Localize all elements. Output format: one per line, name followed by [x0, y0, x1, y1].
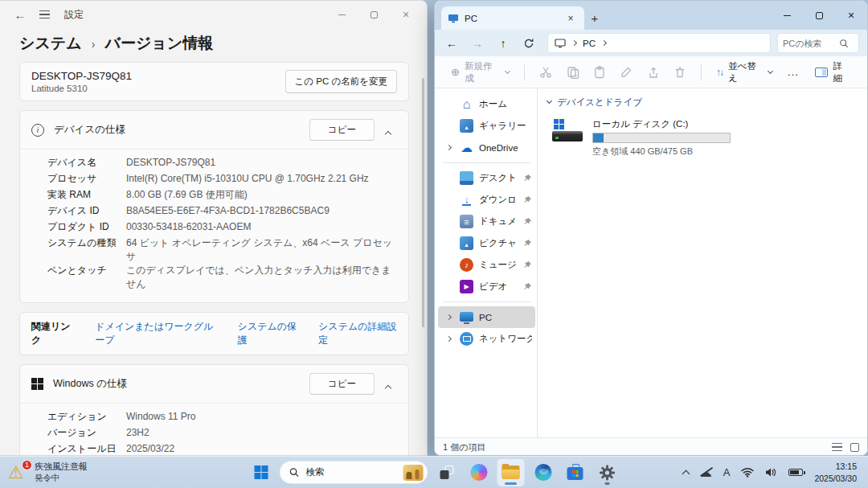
cut-button[interactable] — [534, 61, 557, 84]
collapse-chevron-icon[interactable] — [385, 130, 391, 137]
wifi-icon — [741, 467, 754, 478]
list-view-button[interactable] — [832, 443, 842, 451]
related-links-card: 関連リンク ドメインまたはワークグループ システムの保護 システムの詳細設定 — [19, 312, 409, 355]
copy-button[interactable] — [561, 61, 584, 84]
task-view-button[interactable] — [433, 459, 461, 486]
music-icon — [460, 258, 473, 272]
tray-expand-button[interactable] — [678, 460, 694, 486]
rename-pc-button[interactable]: この PC の名前を変更 — [285, 70, 397, 93]
settings-button[interactable] — [594, 459, 621, 486]
pin-icon — [523, 217, 532, 226]
details-label: 詳細 — [833, 60, 851, 84]
onedrive-icon — [460, 141, 473, 154]
address-bar[interactable]: PC — [547, 33, 771, 53]
back-icon[interactable]: ← — [8, 4, 32, 25]
related-link[interactable]: ドメインまたはワークグループ — [95, 320, 218, 347]
copy-device-spec-button[interactable]: コピー — [309, 119, 375, 141]
spec-row: プロダクト ID 00330-53418-62031-AAOEM — [47, 220, 397, 236]
windows-start-icon — [254, 465, 268, 479]
search-input[interactable] — [783, 39, 839, 48]
maximize-button[interactable] — [803, 1, 835, 30]
sort-arrows-icon: ↑↓ — [716, 67, 723, 78]
widgets-button[interactable]: ⚠ 1 疾強風注意報 発令中 — [0, 457, 96, 488]
nav-back-button[interactable]: ← — [440, 33, 464, 54]
explorer-tabbar: PC × + × — [435, 1, 867, 30]
spec-label: エディション — [47, 410, 126, 424]
more-options-button[interactable]: ... — [781, 66, 805, 78]
sidebar-item[interactable]: ピクチャ — [438, 232, 535, 254]
file-explorer-button[interactable] — [497, 459, 525, 486]
maximize-button[interactable] — [358, 1, 390, 28]
sidebar-item-label: OneDrive — [479, 143, 518, 153]
large-icons-view-button[interactable] — [850, 443, 859, 452]
new-item-button[interactable]: ⊕ 新規作成 — [444, 56, 515, 88]
group-header-devices-drives[interactable]: デバイスとドライブ — [547, 95, 867, 115]
minimize-button[interactable] — [771, 1, 803, 30]
tab-close-icon[interactable]: × — [563, 11, 578, 26]
details-pane-button[interactable]: 詳細 — [809, 56, 858, 88]
spec-label: プロセッサ — [47, 172, 126, 186]
delete-icon — [674, 66, 686, 79]
copy-windows-spec-button[interactable]: コピー — [309, 373, 375, 395]
share-button[interactable] — [641, 61, 665, 84]
nav-forward-button[interactable]: → — [465, 33, 489, 54]
edge-button[interactable] — [530, 459, 557, 486]
delete-button[interactable] — [668, 61, 691, 84]
nav-refresh-button[interactable] — [517, 33, 541, 54]
sidebar-item[interactable]: PC — [438, 306, 535, 328]
paste-button[interactable] — [588, 61, 611, 84]
group-collapse-chevron-icon[interactable] — [547, 98, 552, 104]
related-link[interactable]: システムの保護 — [238, 320, 299, 347]
taskbar-search-box[interactable]: 検索 — [280, 461, 428, 484]
sidebar-item[interactable]: ビデオ — [438, 276, 535, 297]
close-button[interactable]: × — [835, 1, 867, 30]
sidebar-item[interactable]: ギャラリー — [438, 115, 535, 137]
hamburger-menu-icon[interactable] — [32, 4, 56, 25]
rename-button[interactable] — [615, 61, 638, 84]
copilot-button[interactable] — [465, 459, 493, 486]
collapse-chevron-icon[interactable] — [385, 384, 391, 391]
sidebar-item[interactable]: ドキュメント — [438, 211, 535, 232]
drive-usage-bar — [592, 133, 731, 143]
expander-chevron-icon[interactable] — [445, 336, 451, 342]
expander-chevron-icon[interactable] — [445, 145, 451, 150]
file-explorer-window: PC × + × ← → ↑ PC ⊕ 新規作成 — [434, 0, 868, 456]
breadcrumb-system[interactable]: システム — [19, 33, 82, 54]
explorer-navbar: ← → ↑ PC — [435, 30, 867, 56]
start-button[interactable] — [248, 459, 275, 486]
microsoft-store-button[interactable] — [562, 459, 589, 486]
windows-spec-rows: エディション Windows 11 Pro バージョン 23H2 インストール日… — [47, 410, 397, 456]
edge-icon — [534, 464, 551, 481]
sidebar-item[interactable]: ホーム — [438, 93, 535, 115]
sidebar-item[interactable]: ダウンロード — [438, 189, 535, 211]
tab-pc[interactable]: PC × — [441, 6, 584, 30]
nav-up-button[interactable]: ↑ — [491, 33, 515, 54]
wifi-button[interactable] — [736, 460, 759, 486]
ime-mode-button[interactable]: A — [719, 460, 735, 486]
battery-button[interactable] — [784, 460, 808, 486]
spec-value: 00330-53418-62031-AAOEM — [126, 221, 251, 232]
sidebar-item[interactable]: デスクトップ — [438, 167, 535, 189]
onedrive-status-button[interactable]: ☁ — [695, 460, 717, 486]
spec-label: ペンとタッチ — [47, 264, 126, 277]
related-link[interactable]: システムの詳細設定 — [318, 320, 397, 347]
expander-chevron-icon[interactable] — [445, 314, 451, 320]
volume-button[interactable] — [760, 460, 782, 486]
clock[interactable]: 13:15 2025/03/30 — [809, 461, 862, 483]
minimize-button[interactable] — [326, 1, 358, 28]
spec-value: B8A54EE5-E6E7-4F3A-BCD1-1782B6C5BAC9 — [126, 205, 330, 216]
sidebar-item[interactable]: OneDrive — [438, 137, 535, 158]
sidebar-item[interactable]: ミュージック — [438, 254, 535, 276]
copy-icon — [567, 66, 579, 79]
close-button[interactable]: × — [390, 1, 422, 28]
sidebar-item[interactable]: ネットワーク — [438, 328, 535, 350]
spec-row: システムの種類 64 ビット オペレーティング システム、x64 ベース プロセ… — [47, 236, 397, 264]
sort-button[interactable]: ↑↓ 並べ替え — [710, 56, 778, 88]
page-title: バージョン情報 — [104, 33, 213, 54]
pin-icon — [523, 282, 532, 291]
new-tab-button[interactable]: + — [584, 6, 605, 30]
settings-scrollbar[interactable] — [422, 78, 424, 327]
spec-row: ペンとタッチ このディスプレイでは、ペン入力とタッチ入力は利用できません — [47, 264, 397, 291]
drive-item-c[interactable]: ローカル ディスク (C:) 空き領域 440 GB/475 GB — [547, 115, 732, 161]
address-crumb-pc[interactable]: PC — [583, 39, 596, 48]
